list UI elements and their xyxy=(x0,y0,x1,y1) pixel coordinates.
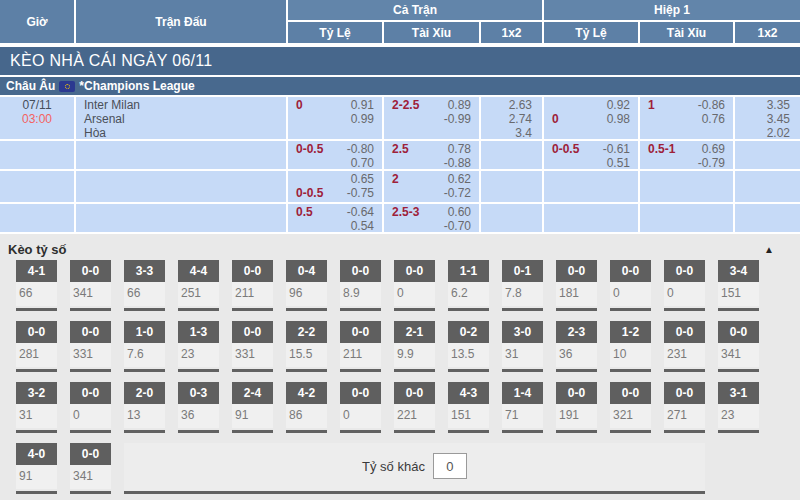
score-box[interactable]: 0-08.9 xyxy=(340,260,381,311)
score-box[interactable]: 2-491 xyxy=(232,382,273,433)
other-score-label: Tỷ số khác xyxy=(362,459,425,474)
score-box[interactable]: 0-00 xyxy=(394,260,435,311)
score-odds: 331 xyxy=(70,343,111,367)
score-odds: 191 xyxy=(556,404,597,428)
score-label: 0-0 xyxy=(232,321,273,343)
score-box[interactable]: 1-07.6 xyxy=(124,321,165,372)
odds-line[interactable]: -0.88 xyxy=(384,156,479,169)
score-box[interactable]: 4-091 xyxy=(16,443,57,494)
score-box[interactable]: 0-00 xyxy=(664,260,705,311)
odds-line[interactable]: 1-0.86 xyxy=(640,98,733,112)
odds-line[interactable]: 2-2.50.89 xyxy=(384,98,479,112)
score-box[interactable]: 1-471 xyxy=(502,382,543,433)
score-box[interactable]: 0-00 xyxy=(70,382,111,433)
odds-line[interactable]: 0.76 xyxy=(640,112,733,126)
odds-line[interactable]: 0-0.5-0.80 xyxy=(288,142,382,156)
score-label: 1-2 xyxy=(610,321,651,343)
odds-line[interactable]: -0.79 xyxy=(640,156,733,169)
score-box[interactable]: 4-4251 xyxy=(178,260,219,311)
odds-line[interactable]: 00.91 xyxy=(288,98,382,112)
odds-line[interactable]: 0.99 xyxy=(288,112,382,126)
score-box[interactable]: 2-215.5 xyxy=(286,321,327,372)
score-box[interactable]: 0-0281 xyxy=(16,321,57,372)
col-header-ft-handicap: Tỷ Lệ xyxy=(288,22,382,43)
h1-overunder-cell xyxy=(640,204,733,232)
odds-line[interactable]: 00.98 xyxy=(544,112,638,126)
score-box[interactable]: 0-0221 xyxy=(394,382,435,433)
score-box[interactable]: 2-336 xyxy=(556,321,597,372)
score-box[interactable]: 1-16.2 xyxy=(448,260,489,311)
score-box[interactable]: 0-496 xyxy=(286,260,327,311)
score-box[interactable]: 0-0331 xyxy=(232,321,273,372)
score-box[interactable]: 0-0211 xyxy=(232,260,273,311)
odds-line[interactable]: 0-0.5-0.75 xyxy=(288,186,382,200)
score-box[interactable]: 0-336 xyxy=(178,382,219,433)
score-odds: 231 xyxy=(664,343,705,367)
score-box[interactable]: 2-19.9 xyxy=(394,321,435,372)
odds-line[interactable]: -0.70 xyxy=(384,219,479,232)
score-odds: 13.5 xyxy=(448,343,489,367)
odds-line[interactable]: 2.5-30.60 xyxy=(384,205,479,219)
score-box[interactable]: 0-213.5 xyxy=(448,321,489,372)
odds-line[interactable]: -0.72 xyxy=(384,186,479,200)
score-box[interactable]: 0-17.8 xyxy=(502,260,543,311)
score-box[interactable]: 0-0341 xyxy=(70,260,111,311)
score-odds: 0 xyxy=(394,282,435,306)
odds-line[interactable]: 0-0.5-0.61 xyxy=(544,142,638,156)
score-box[interactable]: 1-323 xyxy=(178,321,219,372)
score-box[interactable]: 0-0211 xyxy=(340,321,381,372)
odds-value-1x2[interactable]: 2.02 xyxy=(735,126,800,139)
score-box[interactable]: 4-3151 xyxy=(448,382,489,433)
score-box[interactable]: 3-366 xyxy=(124,260,165,311)
score-box[interactable]: 3-031 xyxy=(502,321,543,372)
league-header: Châu Âu *Champions League xyxy=(0,77,800,95)
empty-cell xyxy=(76,171,286,202)
score-odds: 31 xyxy=(16,404,57,428)
score-box[interactable]: 0-0191 xyxy=(556,382,597,433)
correct-score-header: Kèo tỷ số ▲ xyxy=(0,234,800,260)
odds-line[interactable]: -0.99 xyxy=(384,112,479,126)
odds-value: -0.72 xyxy=(444,186,471,200)
odds-line[interactable]: 0.5-10.69 xyxy=(640,142,733,156)
odds-line[interactable]: 0.65 xyxy=(288,172,382,186)
odds-line[interactable]: 0.54 xyxy=(288,219,382,232)
score-box[interactable]: 0-0331 xyxy=(70,321,111,372)
score-box[interactable]: 2-013 xyxy=(124,382,165,433)
score-box[interactable]: 3-123 xyxy=(718,382,759,433)
collapse-arrow-icon[interactable]: ▲ xyxy=(764,244,774,255)
score-label: 3-2 xyxy=(16,382,57,404)
score-label: 0-0 xyxy=(718,321,759,343)
odds-value-1x2[interactable]: 3.4 xyxy=(481,126,542,139)
score-box[interactable]: 0-0271 xyxy=(664,382,705,433)
odds-line[interactable]: 20.62 xyxy=(384,172,479,186)
score-box[interactable]: 4-286 xyxy=(286,382,327,433)
score-box[interactable]: 1-210 xyxy=(610,321,651,372)
odds-value: 0.91 xyxy=(351,98,374,112)
score-box[interactable]: 0-00 xyxy=(340,382,381,433)
odds-value-1x2[interactable]: 2.74 xyxy=(481,112,542,126)
odds-line[interactable]: 0.51 xyxy=(544,156,638,169)
odds-line[interactable]: 0.70 xyxy=(288,156,382,169)
score-box[interactable]: 0-0321 xyxy=(610,382,651,433)
odds-value-1x2[interactable]: 3.35 xyxy=(735,98,800,112)
odds-value-1x2[interactable]: 3.45 xyxy=(735,112,800,126)
score-box[interactable]: 4-166 xyxy=(16,260,57,311)
score-box[interactable]: 0-0181 xyxy=(556,260,597,311)
h1-overunder-cell: 0.5-10.69-0.79 xyxy=(640,141,733,169)
other-score-input[interactable]: 0 xyxy=(433,453,467,479)
score-odds: 71 xyxy=(502,404,543,428)
score-odds: 15.5 xyxy=(286,343,327,367)
score-box[interactable]: 0-0231 xyxy=(664,321,705,372)
score-box[interactable]: 0-0341 xyxy=(718,321,759,372)
odds-line[interactable]: 0.5-0.64 xyxy=(288,205,382,219)
score-box[interactable]: 3-231 xyxy=(16,382,57,433)
odds-line[interactable]: 2.50.78 xyxy=(384,142,479,156)
odds-line[interactable]: 0.92 xyxy=(544,98,638,112)
score-box[interactable]: 3-4151 xyxy=(718,260,759,311)
match-teams[interactable]: Inter Milan Arsenal Hòa xyxy=(76,97,286,139)
score-box[interactable]: 0-00 xyxy=(610,260,651,311)
odds-value-1x2[interactable]: 2.63 xyxy=(481,98,542,112)
region-label: Châu Âu xyxy=(6,79,55,93)
score-box[interactable]: 0-0341 xyxy=(70,443,111,494)
score-odds: 281 xyxy=(16,343,57,367)
